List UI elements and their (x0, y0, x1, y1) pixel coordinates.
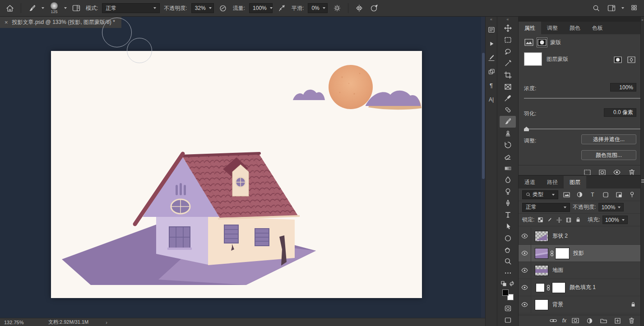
status-chevron-icon[interactable]: › (106, 320, 107, 325)
home-icon[interactable] (5, 2, 15, 14)
layer-name[interactable]: 颜色填充 1 (570, 284, 596, 291)
layer-row-shadow[interactable]: 投影 (519, 245, 640, 262)
link-layers-icon[interactable] (548, 316, 558, 325)
tool-frame[interactable] (500, 81, 516, 92)
zoom-level-field[interactable]: 132.75% (4, 320, 30, 325)
lock-pixels-icon[interactable] (546, 216, 553, 225)
layer-mask-thumbnail[interactable] (524, 52, 542, 66)
character-panel-icon[interactable]: A| (486, 92, 497, 106)
tool-path-selection[interactable] (500, 220, 516, 232)
filter-smart-object-icon[interactable] (614, 190, 624, 199)
tool-blur[interactable] (500, 174, 516, 186)
swap-colors-icon[interactable] (509, 281, 514, 286)
tool-eyedropper[interactable] (500, 92, 516, 104)
lock-all-icon[interactable] (575, 216, 582, 225)
airbrush-icon[interactable] (277, 2, 287, 14)
feather-slider-track[interactable] (524, 129, 644, 129)
screen-mode-icon[interactable] (500, 314, 516, 326)
close-tab-icon[interactable]: × (5, 19, 8, 26)
tab-swatches[interactable]: 色板 (586, 22, 609, 34)
color-range-button[interactable]: 颜色范围... (581, 150, 636, 160)
pixel-layer-icon[interactable] (524, 38, 534, 47)
tab-color[interactable]: 颜色 (564, 22, 586, 34)
version-history-panel-icon[interactable] (486, 23, 497, 37)
workspace-icon[interactable] (606, 2, 617, 14)
actions-panel-icon[interactable] (486, 37, 497, 51)
add-vector-mask-icon[interactable] (626, 55, 636, 64)
pressure-opacity-icon[interactable] (218, 2, 229, 14)
collapse-panels-icon[interactable]: « (486, 17, 497, 23)
tool-type[interactable] (500, 209, 516, 221)
tool-gradient[interactable] (500, 162, 516, 174)
canvas-vertical-scrollbar[interactable] (481, 17, 485, 318)
layer-row-colorfill[interactable]: 颜色填充 1 (519, 279, 640, 296)
layer-mask-thumbnail-selected[interactable] (556, 248, 569, 259)
layer-fill-field[interactable]: 100% (602, 216, 628, 224)
layer-row-ground[interactable]: 地面 (519, 262, 640, 279)
flow-select[interactable]: 100% (249, 3, 273, 13)
color-swatches[interactable] (502, 289, 514, 301)
canvas-area[interactable]: × 投影文章.psd @ 133% (投影, 图层蒙版/8) * (0, 17, 485, 326)
visibility-eye-icon[interactable] (519, 279, 531, 296)
tool-more-ellipsis[interactable] (500, 267, 516, 279)
layer-mask-thumbnail[interactable] (552, 282, 565, 293)
tool-zoom[interactable] (500, 256, 516, 267)
new-adjustment-layer-icon[interactable] (584, 316, 594, 325)
tool-clone-stamp[interactable] (500, 128, 516, 139)
new-layer-icon[interactable] (612, 316, 622, 325)
layer-opacity-field[interactable]: 100% (598, 203, 624, 211)
layer-thumbnail[interactable] (535, 248, 548, 259)
tool-healing-brush[interactable] (500, 104, 516, 116)
visibility-eye-icon[interactable] (519, 228, 531, 244)
layer-thumbnail[interactable] (535, 299, 548, 310)
density-slider-track[interactable] (524, 98, 644, 99)
density-field[interactable]: 100% (610, 83, 636, 92)
feather-slider[interactable] (524, 126, 644, 132)
layer-row-background[interactable]: 背景 (519, 296, 640, 313)
layer-name[interactable]: 投影 (573, 249, 584, 257)
filter-type-layers-icon[interactable]: T (588, 190, 598, 199)
select-and-mask-button[interactable]: 选择并遮住... (581, 134, 636, 144)
tool-dodge[interactable] (500, 186, 516, 197)
add-pixel-mask-icon[interactable] (613, 55, 623, 64)
brush-settings-panel-toggle-icon[interactable] (71, 2, 82, 14)
brush-tool-icon[interactable] (27, 2, 37, 14)
layer-blend-mode-select[interactable]: 正常 (522, 203, 570, 212)
layer-thumbnail[interactable] (535, 231, 548, 242)
delete-layer-trash-icon[interactable] (626, 316, 636, 325)
tab-adjustments[interactable]: 调整 (541, 22, 564, 34)
tool-hand[interactable] (500, 244, 516, 256)
filter-toggle-pin-icon[interactable] (627, 190, 637, 199)
workspace-caret[interactable] (621, 7, 624, 9)
document-page[interactable] (51, 51, 422, 298)
smoothing-options-gear-icon[interactable] (332, 2, 343, 14)
tool-crop[interactable] (500, 69, 516, 81)
layer-thumbnail[interactable] (535, 265, 548, 276)
tool-lasso[interactable] (500, 46, 516, 58)
foreground-color-swatch[interactable] (502, 289, 509, 296)
tool-eraser[interactable] (500, 151, 516, 162)
collapse-toolbar-icon[interactable]: « (497, 17, 518, 23)
smoothing-select[interactable]: 0% (308, 3, 328, 13)
opacity-select[interactable]: 32% (191, 3, 214, 13)
quick-mask-icon[interactable] (500, 303, 516, 314)
scrollbar-thumb[interactable] (482, 53, 485, 179)
visibility-eye-icon[interactable] (519, 296, 531, 313)
tool-marquee[interactable] (500, 34, 516, 46)
mask-properties-icon[interactable] (537, 38, 547, 47)
symmetry-icon[interactable] (354, 2, 365, 14)
brush-preset-picker[interactable]: 125 (48, 2, 60, 14)
tab-layers[interactable]: 图层 (564, 176, 586, 188)
mask-link-icon[interactable] (550, 250, 554, 257)
layer-filter-select[interactable]: 类型 (522, 190, 558, 199)
tool-brush[interactable] (500, 116, 516, 128)
tool-history-brush[interactable] (500, 139, 516, 151)
brush-settings-panel-icon[interactable] (486, 51, 497, 64)
layer-row-shape2[interactable]: 形状 2 (519, 228, 640, 245)
dock-grid-icon[interactable] (629, 2, 639, 14)
filter-adjustment-layers-icon[interactable] (575, 190, 584, 199)
clone-source-panel-icon[interactable] (486, 64, 497, 78)
tab-paths[interactable]: 路径 (541, 176, 564, 188)
density-slider[interactable] (524, 96, 644, 101)
tool-pen[interactable] (500, 197, 516, 209)
